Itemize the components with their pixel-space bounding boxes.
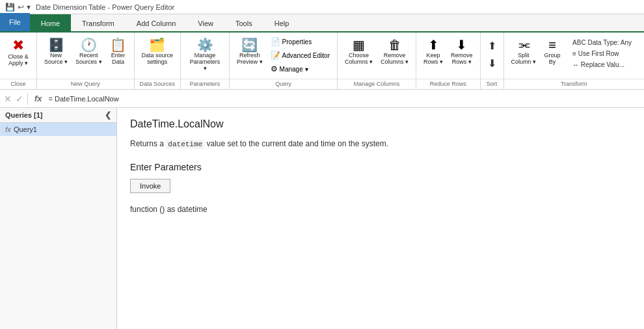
ribbon-group-reduce-rows: ⬆ KeepRows ▾ ⬇ RemoveRows ▾ Reduce Rows [416, 33, 481, 89]
tab-add-column[interactable]: Add Column [126, 14, 187, 31]
close-group-content: ✖ Close &Apply ▾ [0, 33, 36, 79]
manage-parameters-icon: ⚙️ [197, 38, 213, 51]
ribbon-group-transform: ⫘ SplitColumn ▾ ≡ GroupBy ABC Data Type:… [504, 33, 644, 89]
enter-data-button[interactable]: 📋 EnterData [107, 35, 130, 68]
enter-data-icon: 📋 [110, 38, 126, 51]
refresh-preview-label: RefreshPreview ▾ [237, 53, 263, 66]
formula-fx-label: fx [32, 94, 45, 103]
formula-cancel-button[interactable]: ✕ [4, 94, 12, 104]
queries-title: Queries [1] [5, 111, 42, 119]
ribbon-group-manage-columns: ▦ ChooseColumns ▾ 🗑 RemoveColumns ▾ Mana… [338, 33, 416, 89]
parameters-group-label: Parameters [181, 79, 229, 89]
replace-values-icon: ↔ [572, 61, 579, 68]
sort-descending-button[interactable]: ⬇ [486, 55, 498, 72]
transform-right-options: ABC Data Type: Any ≡ Use First Row ↔ Rep… [565, 35, 639, 72]
new-source-icon: 🗄️ [48, 38, 64, 51]
advanced-editor-icon: 📝 [271, 51, 280, 60]
manage-parameters-button[interactable]: ⚙️ ManageParameters ▾ [185, 35, 225, 74]
data-sources-group-content: 🗂️ Data sourcesettings [135, 33, 181, 79]
save-icon[interactable]: 💾 [5, 3, 15, 12]
tab-help[interactable]: Help [263, 14, 301, 31]
query-item-query1[interactable]: fx Query1 [0, 123, 116, 136]
data-source-settings-icon: 🗂️ [149, 38, 165, 51]
manage-label: Manage ▾ [280, 66, 308, 73]
advanced-editor-button[interactable]: 📝 Advanced Editor [267, 49, 333, 62]
refresh-preview-button[interactable]: 🔄 RefreshPreview ▾ [234, 35, 266, 68]
ribbon-group-data-sources: 🗂️ Data sourcesettings Data Sources [135, 33, 181, 89]
queries-header: Queries [1] ❮ [0, 108, 116, 123]
undo-icon[interactable]: ↩ [18, 3, 24, 12]
choose-columns-label: ChooseColumns ▾ [345, 53, 373, 66]
queries-panel: Queries [1] ❮ fx Query1 [0, 108, 117, 329]
reduce-rows-group-content: ⬆ KeepRows ▾ ⬇ RemoveRows ▾ [416, 33, 480, 79]
transform-group-content: ⫘ SplitColumn ▾ ≡ GroupBy ABC Data Type:… [504, 33, 644, 79]
choose-columns-button[interactable]: ▦ ChooseColumns ▾ [342, 35, 376, 68]
split-column-label: SplitColumn ▾ [511, 53, 537, 66]
group-by-icon: ≡ [548, 38, 556, 51]
group-by-label: GroupBy [544, 53, 561, 66]
sort-group-content: ⬆ ⬇ [481, 33, 503, 79]
close-apply-icon: ✖ [12, 38, 24, 53]
query-fx-icon: fx [5, 126, 11, 133]
enter-data-label: EnterData [111, 53, 126, 66]
remove-rows-icon: ⬇ [456, 38, 467, 51]
query-small-buttons: 📄 Properties 📝 Advanced Editor ⚙ Manage … [267, 35, 333, 75]
formula-bar: ✕ ✓ fx [0, 90, 644, 108]
remove-rows-label: RemoveRows ▾ [451, 53, 473, 66]
formula-input[interactable] [49, 95, 640, 103]
keep-rows-button[interactable]: ⬆ KeepRows ▾ [420, 35, 446, 68]
tab-home[interactable]: Home [30, 14, 71, 31]
title-bar-icons[interactable]: 💾 ↩ ▾ [5, 3, 31, 12]
choose-columns-icon: ▦ [353, 38, 365, 51]
query-item-label: Query1 [14, 125, 37, 133]
ribbon: ✖ Close &Apply ▾ Close 🗄️ NewSource ▾ 🕐 … [0, 33, 644, 90]
close-apply-button[interactable]: ✖ Close &Apply ▾ [4, 35, 33, 69]
split-column-button[interactable]: ⫘ SplitColumn ▾ [508, 35, 540, 68]
ribbon-group-sort: ⬆ ⬇ Sort [481, 33, 504, 89]
new-source-button[interactable]: 🗄️ NewSource ▾ [41, 35, 71, 68]
ribbon-group-new-query: 🗄️ NewSource ▾ 🕐 RecentSources ▾ 📋 Enter… [37, 33, 135, 89]
properties-label: Properties [282, 38, 312, 46]
new-query-group-content: 🗄️ NewSource ▾ 🕐 RecentSources ▾ 📋 Enter… [37, 33, 134, 79]
desc-code: datetime [166, 140, 204, 149]
properties-button[interactable]: 📄 Properties [267, 35, 315, 48]
use-first-row-icon: ≡ [572, 50, 576, 57]
tab-tools[interactable]: Tools [224, 14, 263, 31]
ribbon-group-close: ✖ Close &Apply ▾ Close [0, 33, 37, 89]
menu-arrow-icon[interactable]: ▾ [27, 3, 31, 12]
ribbon-group-parameters: ⚙️ ManageParameters ▾ Parameters [181, 33, 230, 89]
use-first-row-button[interactable]: ≡ Use First Row [569, 49, 635, 59]
new-query-group-label: New Query [37, 79, 134, 89]
replace-values-button[interactable]: ↔ Replace Valu... [569, 60, 635, 70]
data-type-icon: ABC [572, 39, 586, 46]
manage-columns-group-label: Manage Columns [338, 79, 416, 89]
replace-values-label: Replace Valu... [581, 61, 624, 68]
remove-rows-button[interactable]: ⬇ RemoveRows ▾ [448, 35, 476, 68]
sort-ascending-button[interactable]: ⬆ [486, 38, 498, 54]
invoke-button[interactable]: Invoke [130, 179, 170, 193]
new-source-label: NewSource ▾ [44, 53, 68, 66]
formula-confirm-button[interactable]: ✓ [16, 94, 23, 104]
group-by-button[interactable]: ≡ GroupBy [541, 35, 564, 68]
properties-icon: 📄 [271, 37, 280, 46]
transform-group-label: Transform [504, 79, 644, 89]
recent-sources-label: RecentSources ▾ [75, 53, 102, 66]
window-title: Date Dimension Table - Power Query Edito… [36, 3, 174, 11]
tab-view[interactable]: View [187, 14, 224, 31]
keep-rows-icon: ⬆ [428, 38, 439, 51]
use-first-row-label: Use First Row [578, 50, 619, 57]
ribbon-group-query: 🔄 RefreshPreview ▾ 📄 Properties 📝 Advanc… [230, 33, 338, 89]
tab-transform[interactable]: Transform [71, 14, 126, 31]
data-source-settings-button[interactable]: 🗂️ Data sourcesettings [139, 35, 177, 68]
refresh-preview-icon: 🔄 [241, 38, 258, 51]
tab-file[interactable]: File [0, 13, 30, 31]
advanced-editor-label: Advanced Editor [282, 52, 330, 59]
manage-parameters-label: ManageParameters ▾ [188, 53, 222, 72]
collapse-panel-button[interactable]: ❮ [105, 111, 111, 120]
recent-sources-button[interactable]: 🕐 RecentSources ▾ [72, 35, 105, 68]
remove-columns-label: RemoveColumns ▾ [381, 53, 409, 66]
manage-button[interactable]: ⚙ Manage ▾ [267, 62, 312, 75]
remove-columns-button[interactable]: 🗑 RemoveColumns ▾ [377, 35, 412, 68]
remove-columns-icon: 🗑 [388, 38, 401, 51]
data-type-button[interactable]: ABC Data Type: Any [569, 38, 635, 47]
